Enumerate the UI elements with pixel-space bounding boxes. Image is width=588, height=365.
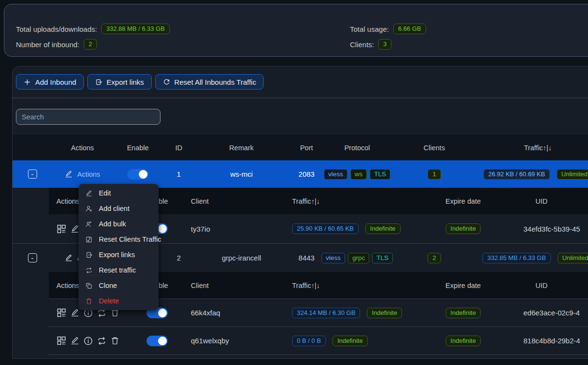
client-total-badge: Indefinite — [365, 223, 401, 234]
stat-clients-value: 3 — [378, 39, 391, 50]
client-enable-switch[interactable] — [147, 336, 168, 346]
reset-client-traffic-icon[interactable] — [97, 336, 107, 346]
clients-header-expire: Expire date — [417, 282, 509, 289]
clients-header-expire: Expire date — [417, 197, 509, 205]
menu-item-label: Export links — [99, 251, 135, 259]
inbound-id: 2 — [160, 254, 198, 262]
stat-uploads-value: 332.88 MB / 6.33 GB — [101, 24, 169, 34]
inbounds-page: Total uploads/downloads: 332.88 MB / 6.3… — [0, 0, 588, 365]
clients-count-badge: 1 — [428, 169, 441, 180]
menu-item-label: Reset traffic — [99, 266, 136, 274]
client-total-badge: Indefinite — [367, 308, 402, 318]
add-inbound-label: Add Inbound — [35, 78, 76, 86]
info-icon[interactable] — [83, 336, 93, 346]
search-input[interactable] — [16, 109, 160, 125]
clients-header-uid: UID — [509, 282, 588, 289]
stat-usage-label: Total usage: — [350, 25, 389, 33]
stat-usage: Total usage: 6.66 GB — [350, 23, 426, 35]
collapse-row-button[interactable]: - — [28, 253, 37, 262]
protocol-tag: vless — [324, 169, 347, 180]
edit-pen-icon — [65, 254, 73, 262]
stat-inbound-value: 2 — [84, 39, 97, 50]
menu-item-label: Reset Clients Traffic — [99, 235, 161, 243]
client-expire-badge: Indefinite — [446, 223, 481, 234]
client-traffic-badge: 25.90 KB / 60.65 KB — [292, 223, 359, 234]
reload-icon — [163, 78, 170, 86]
inbound-port: 2083 — [285, 170, 328, 178]
menu-item-label: Add client — [99, 205, 130, 212]
users-add-icon — [85, 221, 93, 228]
traffic-badge: 332.85 MB / 6.33 GB — [482, 253, 550, 263]
menu-item-label: Delete — [99, 297, 119, 305]
trash-icon — [85, 298, 93, 305]
header-clients: Clients — [386, 144, 482, 152]
clients-header-client: Client — [176, 282, 287, 289]
menu-item-label: Edit — [99, 189, 111, 197]
client-expire-badge: Indefinite — [446, 308, 481, 318]
header-enable: Enable — [116, 144, 160, 152]
delete-client-icon[interactable] — [110, 336, 120, 345]
table-header-row: Actions Enable ID Remark Port Protocol C… — [13, 135, 588, 160]
qrcode-icon[interactable] — [56, 336, 67, 346]
reset-all-traffic-label: Reset All Inbounds Traffic — [174, 78, 256, 86]
menu-item-delete[interactable]: Delete — [80, 293, 157, 309]
menu-item-export-links[interactable]: Export links — [80, 247, 157, 262]
traffic-limit-badge: Unlimited — [558, 253, 588, 263]
collapse-row-button[interactable]: - — [28, 169, 37, 179]
reset-all-traffic-button[interactable]: Reset All Inbounds Traffic — [155, 74, 264, 90]
header-protocol: Protocol — [328, 144, 386, 152]
inbound-remark: grpc-irancell — [198, 254, 285, 262]
stat-uploads-label: Total uploads/downloads: — [16, 25, 97, 33]
transport-tag: ws — [350, 169, 367, 180]
export-icon — [95, 78, 102, 86]
menu-item-clone[interactable]: Clone — [80, 278, 157, 293]
menu-item-add-client[interactable]: Add client — [80, 201, 157, 216]
search-box — [16, 109, 160, 125]
clients-header-uid: UID — [509, 197, 588, 205]
enable-switch[interactable] — [127, 169, 148, 180]
row-actions-menu: Edit Add client Add bulk Reset Clients T… — [79, 184, 159, 310]
stat-inbound-count: Number of inbound: 2 — [16, 39, 97, 50]
add-inbound-button[interactable]: Add Inbound — [16, 74, 84, 90]
protocol-tag: vless — [321, 253, 345, 263]
client-total-badge: Indefinite — [333, 336, 368, 346]
client-uid: 818c4b8d-29b2-4 — [509, 337, 588, 345]
menu-item-reset-traffic[interactable]: Reset traffic — [80, 262, 157, 278]
header-port: Port — [285, 144, 328, 152]
file-reset-icon — [85, 236, 93, 243]
client-uid: ed6e3ace-02c9-4 — [509, 309, 588, 317]
export-links-button[interactable]: Export links — [87, 74, 152, 90]
traffic-limit-badge: Unlimited — [557, 169, 588, 180]
row-actions-dropdown-trigger[interactable]: Actions — [65, 170, 100, 178]
stat-clients-label: Clients: — [350, 40, 374, 49]
client-traffic-badge: 324.14 MB / 6.30 GB — [292, 308, 360, 318]
export-icon — [85, 251, 93, 259]
edit-client-icon[interactable] — [70, 308, 80, 317]
client-name: 66k4xfaq — [176, 309, 287, 317]
menu-item-reset-clients-traffic[interactable]: Reset Clients Traffic — [80, 232, 157, 247]
stat-clients: Clients: 3 — [350, 39, 391, 50]
clients-header-traffic-sort[interactable]: Traffic↑|↓ — [287, 282, 417, 289]
client-name: ty37io — [176, 225, 287, 233]
menu-item-edit[interactable]: Edit — [80, 185, 157, 201]
header-id: ID — [160, 144, 198, 152]
row-actions-label: Actions — [77, 170, 100, 178]
qrcode-icon[interactable] — [56, 308, 67, 318]
stats-card: Total uploads/downloads: 332.88 MB / 6.3… — [4, 4, 588, 57]
inbound-remark: ws-mci — [198, 170, 285, 178]
user-add-icon — [85, 205, 93, 212]
client-expire-badge: Indefinite — [446, 336, 481, 346]
qrcode-icon[interactable] — [56, 224, 67, 234]
edit-pen-icon — [65, 170, 73, 178]
header-traffic-sort[interactable]: Traffic↑|↓ — [482, 144, 588, 152]
stat-usage-value: 6.66 GB — [393, 24, 426, 34]
clients-header-traffic-sort[interactable]: Traffic↑|↓ — [287, 197, 417, 205]
edit-client-icon[interactable] — [70, 336, 80, 345]
stat-inbound-label: Number of inbound: — [16, 40, 80, 49]
header-actions: Actions — [49, 144, 116, 152]
transport-tag: grpc — [348, 253, 369, 263]
client-traffic-badge: 0 B / 0 B — [292, 336, 326, 346]
menu-item-label: Clone — [99, 282, 117, 289]
menu-item-add-bulk[interactable]: Add bulk — [80, 216, 157, 232]
export-links-label: Export links — [107, 78, 144, 86]
